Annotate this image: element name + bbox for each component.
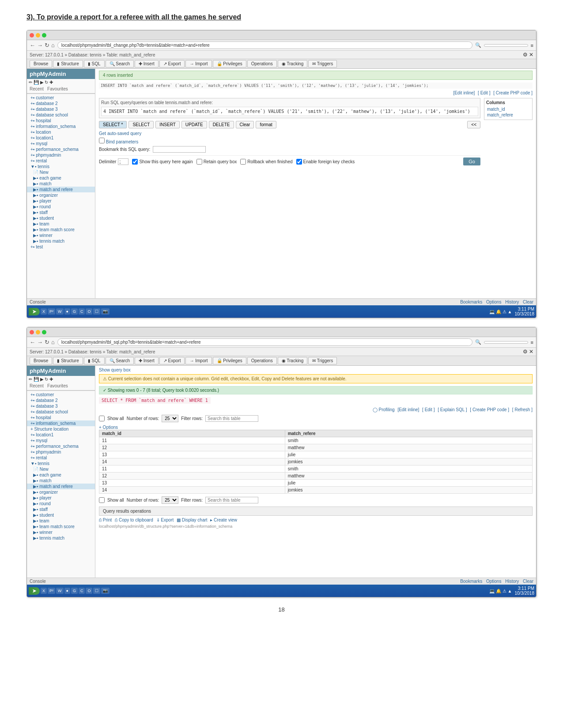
tab-triggers-1[interactable]: ✉ Triggers xyxy=(308,60,337,68)
sidebar-item2-infoschema[interactable]: +▪ information_schema xyxy=(27,420,95,426)
taskbar-item-1f[interactable]: C xyxy=(79,308,85,315)
console-options-1[interactable]: Options xyxy=(486,300,501,304)
show-query-checkbox-1[interactable]: Show this query here again xyxy=(132,159,193,165)
sidebar-item-test[interactable]: +▪ test xyxy=(27,244,95,250)
sidebar-item2-team[interactable]: ▶▪ team xyxy=(27,518,95,524)
gear-icon-2[interactable]: ⚙ ✕ xyxy=(523,349,533,355)
refresh-1[interactable]: ↻ xyxy=(45,42,49,49)
rollback-checkbox-1[interactable]: Rollback when finished xyxy=(240,159,292,165)
btn-select-star[interactable]: SELECT * xyxy=(99,121,127,128)
sidebar-item-location[interactable]: +▪ location xyxy=(27,129,95,135)
edit-link-1[interactable]: [ Edit ] xyxy=(478,90,490,95)
sidebar-item-player[interactable]: ▶▪ player xyxy=(27,198,95,204)
start-button-1[interactable]: ➤ xyxy=(29,308,40,315)
bottom-link-createview[interactable]: ▸ Create view xyxy=(210,518,237,522)
tab-privileges-1[interactable]: 🔒 Privileges xyxy=(213,60,246,68)
bottom-link-chart[interactable]: ▩ Display chart xyxy=(177,518,208,522)
sidebar-item2-matchrefere[interactable]: ▶▪ match and refere xyxy=(27,484,95,489)
back-arrow-2[interactable]: ← xyxy=(30,339,35,345)
autosave-link-1[interactable]: Get auto-saved query xyxy=(99,131,141,136)
sidebar-item2-rental[interactable]: +▪ rental xyxy=(27,455,95,461)
sidebar-item-team[interactable]: ▶▪ team xyxy=(27,221,95,227)
tab-export-2[interactable]: ↗ Export xyxy=(159,357,185,364)
console-clear-1[interactable]: Clear xyxy=(523,300,533,304)
taskbar-item-2c[interactable]: W xyxy=(56,588,64,594)
bind-params-link-1[interactable]: Bind parameters xyxy=(106,139,138,144)
bottom-link-clipboard[interactable]: ⎙ Copy to clipboard xyxy=(115,518,153,522)
btn-format[interactable]: format xyxy=(256,121,276,128)
bind-params-checkbox-1[interactable] xyxy=(99,138,105,143)
sidebar-item2-hospital[interactable]: +▪ hospital xyxy=(27,415,95,420)
browser-search-2[interactable] xyxy=(484,341,528,344)
sidebar-item-dbschool[interactable]: +▪ database school xyxy=(27,112,95,118)
taskbar-item-1d[interactable]: ● xyxy=(64,308,70,315)
sidebar-item2-tms[interactable]: ▶▪ team match score xyxy=(27,524,95,529)
gear-icon-1[interactable]: ⚙ ✕ xyxy=(523,52,533,58)
col-match-id-1[interactable]: match_id xyxy=(486,106,530,112)
show-all-checkbox-bottom[interactable] xyxy=(99,497,105,503)
tab-sql-1[interactable]: ▮ SQL xyxy=(84,60,105,68)
sidebar-item2-mysql[interactable]: +▪ mysql xyxy=(27,438,95,443)
taskbar-item-2f[interactable]: C xyxy=(79,588,85,594)
sidebar-item2-location1[interactable]: +▪ location1 xyxy=(27,432,95,438)
profiling-link[interactable]: ◯ Profiling xyxy=(373,407,395,412)
sidebar-item-student[interactable]: ▶▪ student xyxy=(27,215,95,221)
console-options-2[interactable]: Options xyxy=(486,579,501,584)
menu-icon-1[interactable]: ≡ xyxy=(531,43,533,48)
sidebar-item-phpmyadmin[interactable]: +▪ phpmyadmin xyxy=(27,152,95,158)
taskbar-item-1h[interactable]: ☐ xyxy=(93,308,100,315)
sidebar-item2-new[interactable]: 📄 New xyxy=(27,466,95,472)
console-label-2[interactable]: Console xyxy=(30,579,46,584)
sidebar-item2-phpmyadmin[interactable]: +▪ phpmyadmin xyxy=(27,449,95,455)
sidebar-item-tms[interactable]: ▶▪ team match score xyxy=(27,227,95,233)
taskbar-item-1c[interactable]: W xyxy=(56,308,64,315)
taskbar-item-2a[interactable]: X xyxy=(41,588,47,594)
sidebar-item-tennismatch[interactable]: ▶▪ tennis match xyxy=(27,238,95,244)
taskbar-item-1i[interactable]: 📷 xyxy=(101,308,110,315)
delimiter-input-1[interactable] xyxy=(118,158,128,165)
console-history-1[interactable]: History xyxy=(505,300,519,304)
sidebar-item-staff[interactable]: ▶▪ staff xyxy=(27,210,95,215)
sidebar-item-new[interactable]: 📄 New xyxy=(27,169,95,175)
edit-link-2[interactable]: [ Edit ] xyxy=(422,407,435,412)
sidebar-item-organizer[interactable]: ▶▪ organizer xyxy=(27,192,95,198)
close-btn-2[interactable] xyxy=(30,330,34,334)
taskbar-item-2e[interactable]: G xyxy=(71,588,78,594)
back-arrow-1[interactable]: ← xyxy=(30,42,35,49)
bottom-link-export[interactable]: ⇓ Export xyxy=(156,518,174,522)
taskbar-item-1g[interactable]: O xyxy=(86,308,92,315)
go-button-1[interactable]: Go xyxy=(463,158,480,165)
console-clear-2[interactable]: Clear xyxy=(523,579,533,584)
create-php-link-1[interactable]: [ Create PHP code ] xyxy=(493,90,533,95)
console-bookmarks-2[interactable]: Bookmarks xyxy=(460,579,482,584)
taskbar-item-2d[interactable]: ● xyxy=(64,588,70,594)
btn-prev[interactable]: << xyxy=(467,121,480,128)
taskbar-item-2b[interactable]: P² xyxy=(48,588,55,594)
forward-arrow-2[interactable]: → xyxy=(37,339,43,345)
tab-triggers-2[interactable]: ✉ Triggers xyxy=(308,357,337,364)
sidebar-item-perfschema[interactable]: +▪ performance_schema xyxy=(27,146,95,152)
console-label-1[interactable]: Console xyxy=(30,300,46,304)
sql-code-1[interactable]: 4 INSERT INTO `match and refere` (`match… xyxy=(101,107,478,116)
home-2[interactable]: ⌂ xyxy=(51,339,55,345)
taskbar-item-2g[interactable]: O xyxy=(86,588,92,594)
filter-input-bottom[interactable] xyxy=(205,497,258,503)
sidebar-item2-match[interactable]: ▶▪ match xyxy=(27,478,95,484)
taskbar-item-2i[interactable]: 📷 xyxy=(101,588,110,594)
sidebar-item-eachgame[interactable]: ▶▪ each game xyxy=(27,175,95,181)
taskbar-item-2h[interactable]: ☐ xyxy=(93,588,100,594)
menu-icon-2[interactable]: ≡ xyxy=(531,340,533,345)
sidebar-item2-customer[interactable]: +▪ customer xyxy=(27,392,95,398)
sidebar-item2-tennismatch[interactable]: ▶▪ tennis match xyxy=(27,535,95,541)
tab-sql-2[interactable]: ▮ SQL xyxy=(84,357,105,364)
col-match-refere-1[interactable]: match_refere xyxy=(486,112,530,118)
forward-arrow-1[interactable]: → xyxy=(37,42,43,49)
tab-export-1[interactable]: ↗ Export xyxy=(159,60,185,68)
show-all-checkbox-top[interactable] xyxy=(99,416,105,421)
options-toggle-2[interactable]: + Options xyxy=(99,425,533,430)
sidebar-item-customer[interactable]: +▪ customer xyxy=(27,95,95,101)
edit-inline-link-1[interactable]: [Edit inline] xyxy=(453,90,475,95)
fk-checkbox-1[interactable]: Enable foreign key checks xyxy=(296,159,355,165)
sidebar-item-winner[interactable]: ▶▪ winner xyxy=(27,233,95,238)
sidebar-item2-perfschema[interactable]: +▪ performance_schema xyxy=(27,443,95,449)
